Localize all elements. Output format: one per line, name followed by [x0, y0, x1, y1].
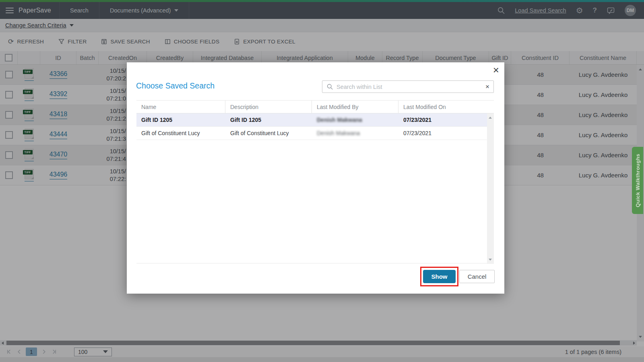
column-header-name[interactable]: Name [136, 101, 225, 113]
quick-walkthroughs-tab[interactable]: Quick Walkthroughs [632, 147, 643, 214]
redacted-user-name: Denish Makwana [312, 113, 398, 126]
column-header-description[interactable]: Description [225, 101, 312, 113]
close-icon[interactable]: × [493, 65, 499, 75]
column-header-last-modified-on[interactable]: Last Modified On [398, 101, 487, 113]
scroll-down-icon[interactable] [489, 259, 492, 261]
choose-saved-search-dialog: × Choose Saved Search × Name Description… [127, 62, 504, 294]
saved-search-list: Name Description Last Modified By Last M… [136, 100, 494, 263]
search-icon [326, 83, 333, 90]
red-highlight-annotation: Show [420, 267, 458, 286]
search-within-list-box: × [322, 80, 494, 93]
clear-search-icon[interactable]: × [485, 83, 489, 90]
papersave-app: PaperSave Search Documents (Advanced) Lo… [0, 0, 644, 362]
redacted-user-name: Denish Makwana [312, 127, 398, 140]
dialog-title: Choose Saved Search [136, 81, 215, 90]
list-vertical-scrollbar[interactable] [487, 113, 494, 264]
search-within-list-input[interactable] [336, 84, 482, 90]
saved-search-row[interactable]: Gift of Constituent Lucy Gift of Constit… [136, 127, 494, 140]
show-button[interactable]: Show [423, 270, 456, 283]
scroll-up-icon[interactable] [489, 117, 492, 119]
saved-search-row-selected[interactable]: Gift ID 1205 Gift ID 1205 Denish Makwana… [136, 113, 494, 127]
saved-search-list-header: Name Description Last Modified By Last M… [136, 101, 494, 113]
cancel-button[interactable]: Cancel [459, 270, 495, 283]
column-header-last-modified-by[interactable]: Last Modified By [312, 101, 398, 113]
